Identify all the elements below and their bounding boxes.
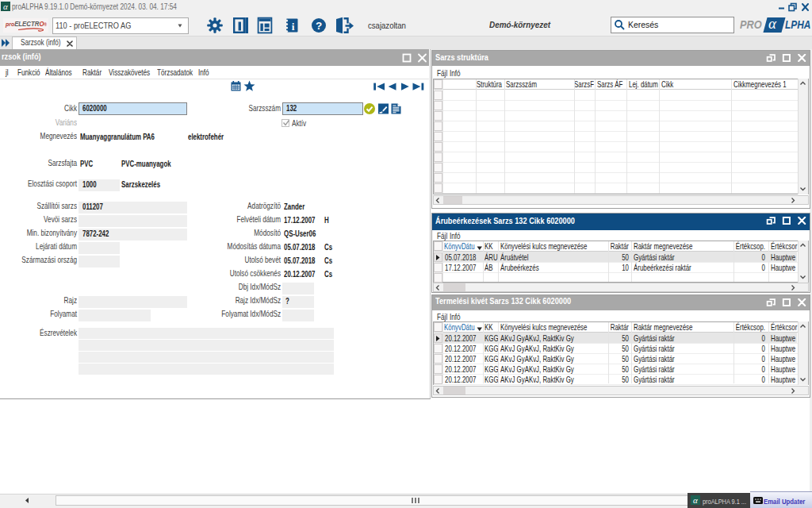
svg-text:?: ? <box>316 20 322 32</box>
svg-text:i: i <box>292 21 295 33</box>
